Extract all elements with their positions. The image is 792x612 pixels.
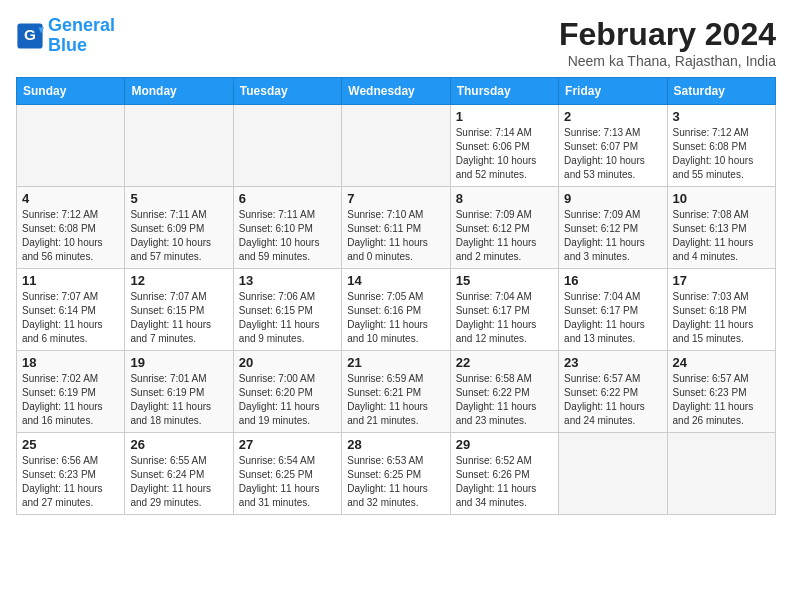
header-day: Thursday [450,78,558,105]
calendar-table: SundayMondayTuesdayWednesdayThursdayFrid… [16,77,776,515]
calendar-week-row: 11Sunrise: 7:07 AM Sunset: 6:14 PM Dayli… [17,269,776,351]
calendar-cell [342,105,450,187]
calendar-cell [667,433,775,515]
day-info: Sunrise: 6:59 AM Sunset: 6:21 PM Dayligh… [347,372,444,428]
month-title: February 2024 [559,16,776,53]
day-info: Sunrise: 7:02 AM Sunset: 6:19 PM Dayligh… [22,372,119,428]
calendar-cell: 18Sunrise: 7:02 AM Sunset: 6:19 PM Dayli… [17,351,125,433]
calendar-cell: 1Sunrise: 7:14 AM Sunset: 6:06 PM Daylig… [450,105,558,187]
day-info: Sunrise: 7:05 AM Sunset: 6:16 PM Dayligh… [347,290,444,346]
header-day: Wednesday [342,78,450,105]
calendar-body: 1Sunrise: 7:14 AM Sunset: 6:06 PM Daylig… [17,105,776,515]
day-number: 23 [564,355,661,370]
calendar-cell: 10Sunrise: 7:08 AM Sunset: 6:13 PM Dayli… [667,187,775,269]
calendar-cell: 24Sunrise: 6:57 AM Sunset: 6:23 PM Dayli… [667,351,775,433]
day-info: Sunrise: 6:54 AM Sunset: 6:25 PM Dayligh… [239,454,336,510]
calendar-cell: 20Sunrise: 7:00 AM Sunset: 6:20 PM Dayli… [233,351,341,433]
day-number: 18 [22,355,119,370]
calendar-cell: 3Sunrise: 7:12 AM Sunset: 6:08 PM Daylig… [667,105,775,187]
calendar-cell [233,105,341,187]
day-info: Sunrise: 7:00 AM Sunset: 6:20 PM Dayligh… [239,372,336,428]
day-number: 2 [564,109,661,124]
header-row: SundayMondayTuesdayWednesdayThursdayFrid… [17,78,776,105]
calendar-cell: 7Sunrise: 7:10 AM Sunset: 6:11 PM Daylig… [342,187,450,269]
day-number: 12 [130,273,227,288]
day-number: 29 [456,437,553,452]
calendar-week-row: 25Sunrise: 6:56 AM Sunset: 6:23 PM Dayli… [17,433,776,515]
day-info: Sunrise: 6:57 AM Sunset: 6:23 PM Dayligh… [673,372,770,428]
calendar-cell: 17Sunrise: 7:03 AM Sunset: 6:18 PM Dayli… [667,269,775,351]
calendar-week-row: 4Sunrise: 7:12 AM Sunset: 6:08 PM Daylig… [17,187,776,269]
day-number: 28 [347,437,444,452]
header-day: Friday [559,78,667,105]
day-info: Sunrise: 7:03 AM Sunset: 6:18 PM Dayligh… [673,290,770,346]
calendar-week-row: 1Sunrise: 7:14 AM Sunset: 6:06 PM Daylig… [17,105,776,187]
calendar-cell: 4Sunrise: 7:12 AM Sunset: 6:08 PM Daylig… [17,187,125,269]
title-block: February 2024 Neem ka Thana, Rajasthan, … [559,16,776,69]
day-number: 15 [456,273,553,288]
calendar-cell: 23Sunrise: 6:57 AM Sunset: 6:22 PM Dayli… [559,351,667,433]
day-info: Sunrise: 7:08 AM Sunset: 6:13 PM Dayligh… [673,208,770,264]
calendar-cell: 25Sunrise: 6:56 AM Sunset: 6:23 PM Dayli… [17,433,125,515]
calendar-cell: 13Sunrise: 7:06 AM Sunset: 6:15 PM Dayli… [233,269,341,351]
logo-text-line2: Blue [48,36,115,56]
calendar-cell: 16Sunrise: 7:04 AM Sunset: 6:17 PM Dayli… [559,269,667,351]
day-number: 16 [564,273,661,288]
day-number: 5 [130,191,227,206]
day-info: Sunrise: 7:10 AM Sunset: 6:11 PM Dayligh… [347,208,444,264]
day-info: Sunrise: 7:11 AM Sunset: 6:10 PM Dayligh… [239,208,336,264]
day-info: Sunrise: 7:04 AM Sunset: 6:17 PM Dayligh… [456,290,553,346]
day-info: Sunrise: 7:14 AM Sunset: 6:06 PM Dayligh… [456,126,553,182]
calendar-cell: 9Sunrise: 7:09 AM Sunset: 6:12 PM Daylig… [559,187,667,269]
logo-icon: G [16,22,44,50]
calendar-week-row: 18Sunrise: 7:02 AM Sunset: 6:19 PM Dayli… [17,351,776,433]
day-number: 9 [564,191,661,206]
day-info: Sunrise: 7:12 AM Sunset: 6:08 PM Dayligh… [673,126,770,182]
day-number: 22 [456,355,553,370]
day-number: 21 [347,355,444,370]
day-number: 11 [22,273,119,288]
day-number: 13 [239,273,336,288]
day-number: 27 [239,437,336,452]
day-info: Sunrise: 7:06 AM Sunset: 6:15 PM Dayligh… [239,290,336,346]
calendar-cell [17,105,125,187]
calendar-cell: 12Sunrise: 7:07 AM Sunset: 6:15 PM Dayli… [125,269,233,351]
calendar-cell: 29Sunrise: 6:52 AM Sunset: 6:26 PM Dayli… [450,433,558,515]
day-info: Sunrise: 7:09 AM Sunset: 6:12 PM Dayligh… [564,208,661,264]
day-info: Sunrise: 7:12 AM Sunset: 6:08 PM Dayligh… [22,208,119,264]
day-number: 24 [673,355,770,370]
day-info: Sunrise: 6:55 AM Sunset: 6:24 PM Dayligh… [130,454,227,510]
day-info: Sunrise: 6:52 AM Sunset: 6:26 PM Dayligh… [456,454,553,510]
page-header: G General Blue February 2024 Neem ka Tha… [16,16,776,69]
day-info: Sunrise: 7:07 AM Sunset: 6:15 PM Dayligh… [130,290,227,346]
header-day: Monday [125,78,233,105]
header-day: Saturday [667,78,775,105]
day-number: 4 [22,191,119,206]
day-number: 25 [22,437,119,452]
day-number: 6 [239,191,336,206]
calendar-cell [125,105,233,187]
day-info: Sunrise: 7:01 AM Sunset: 6:19 PM Dayligh… [130,372,227,428]
day-info: Sunrise: 7:11 AM Sunset: 6:09 PM Dayligh… [130,208,227,264]
day-info: Sunrise: 7:13 AM Sunset: 6:07 PM Dayligh… [564,126,661,182]
day-number: 7 [347,191,444,206]
calendar-cell: 28Sunrise: 6:53 AM Sunset: 6:25 PM Dayli… [342,433,450,515]
day-number: 19 [130,355,227,370]
day-number: 1 [456,109,553,124]
logo: G General Blue [16,16,115,56]
header-day: Tuesday [233,78,341,105]
calendar-cell: 21Sunrise: 6:59 AM Sunset: 6:21 PM Dayli… [342,351,450,433]
calendar-cell: 26Sunrise: 6:55 AM Sunset: 6:24 PM Dayli… [125,433,233,515]
calendar-cell: 19Sunrise: 7:01 AM Sunset: 6:19 PM Dayli… [125,351,233,433]
logo-text-line1: General [48,16,115,36]
calendar-cell: 6Sunrise: 7:11 AM Sunset: 6:10 PM Daylig… [233,187,341,269]
calendar-cell: 22Sunrise: 6:58 AM Sunset: 6:22 PM Dayli… [450,351,558,433]
calendar-cell: 14Sunrise: 7:05 AM Sunset: 6:16 PM Dayli… [342,269,450,351]
day-info: Sunrise: 7:09 AM Sunset: 6:12 PM Dayligh… [456,208,553,264]
day-info: Sunrise: 6:53 AM Sunset: 6:25 PM Dayligh… [347,454,444,510]
day-info: Sunrise: 6:56 AM Sunset: 6:23 PM Dayligh… [22,454,119,510]
day-number: 20 [239,355,336,370]
calendar-cell: 8Sunrise: 7:09 AM Sunset: 6:12 PM Daylig… [450,187,558,269]
day-info: Sunrise: 6:57 AM Sunset: 6:22 PM Dayligh… [564,372,661,428]
calendar-header: SundayMondayTuesdayWednesdayThursdayFrid… [17,78,776,105]
